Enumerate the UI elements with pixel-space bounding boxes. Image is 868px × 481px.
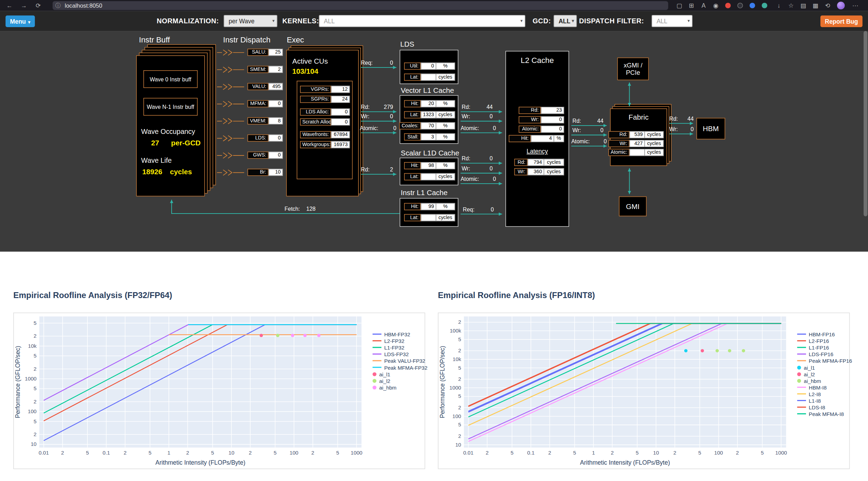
legend-swatch [372,379,376,383]
legend-item[interactable]: ai_hbm [797,377,852,384]
svg-text:0.1: 0.1 [103,450,110,456]
reader-mode-icon[interactable]: A [699,0,709,11]
metric-label: Hit: [404,100,421,107]
menu-button[interactable]: Menu▾ [6,16,35,27]
legend-item[interactable]: LDS-I8 [797,404,852,410]
scrollbar-thumb[interactable] [863,31,867,216]
instr-dispatch-title: Instr Dispatch [223,35,270,44]
downloads-icon[interactable]: ↓ [774,0,784,11]
xgmi-pcie-box: xGMI / PCIe [617,57,649,80]
metric-row: Hit:98% [404,162,455,169]
forward-icon[interactable]: → [19,0,29,11]
legend-label: HBM-I8 [809,384,827,390]
account-avatar[interactable] [837,2,845,9]
metric-row: LDS:0 [244,135,283,142]
site-info-icon[interactable]: ⓘ [55,1,61,10]
legend-swatch [372,385,376,389]
legend-item[interactable]: ai_hbm [372,384,427,391]
legend-item[interactable]: Peak MFMA-FP16 [797,358,852,364]
back-icon[interactable]: ← [5,0,15,11]
extension-icon-teal[interactable] [762,3,767,8]
legend-swatch [797,413,806,414]
metric-label: Scratch Alloc: [300,118,331,126]
legend-item[interactable]: LDS-FP16 [797,351,852,357]
wave-occupancy-value: 27 [151,139,159,147]
svg-text:5: 5 [274,450,276,456]
legend-item[interactable]: L1-FP32 [372,344,427,351]
metric-row: Wr:360cycles [514,168,564,176]
metric-value: 360 [528,168,544,176]
svg-text:1000: 1000 [449,385,461,391]
legend-label: L1-FP16 [809,344,829,350]
svg-text:Performance (GFLOP/sec): Performance (GFLOP/sec) [14,346,21,418]
svg-text:0.1: 0.1 [527,450,535,456]
legend-item[interactable]: LDS-FP32 [372,351,427,357]
metric-unit: % [436,122,455,130]
shield-icon[interactable]: ◉ [711,0,721,11]
legend-item[interactable]: Peak MFMA-I8 [797,410,852,417]
metric-value: 0 [268,135,283,142]
gcd-select[interactable]: ALL [554,15,577,27]
history-icon[interactable]: ⟲ [823,0,833,11]
metric-unit: % [436,133,455,141]
metric-unit: % [554,135,564,142]
metric-value: 2 [268,66,283,73]
extensions-grid-icon[interactable]: ⊞ [686,0,696,11]
library-icon[interactable]: ▤ [798,0,808,11]
metric-label: Atomic: [608,149,629,156]
metric-value: 23 [541,107,564,114]
extension-icon-dark[interactable] [737,3,743,8]
address-bar[interactable]: ⓘ localhost:8050 [53,1,668,10]
legend-item[interactable]: L1-FP16 [797,344,852,351]
legend-item[interactable]: L1-I8 [797,397,852,404]
legend-item[interactable]: ai_l2 [372,377,427,384]
svg-text:2: 2 [311,450,314,456]
flow-fabric-hbm-rd: Rd:44 [669,115,694,121]
sidebar-icon[interactable]: ▦ [811,0,821,11]
svg-text:5: 5 [34,418,37,424]
roofline-fp16-legend: HBM-FP16L2-FP16L1-FP16LDS-FP16Peak MFMA-… [797,331,852,417]
metric-row: LDS Alloc:0 [300,109,350,116]
metric-unit: cycles [645,149,664,156]
kernels-select[interactable]: ALL [319,15,525,27]
legend-item[interactable]: L2-I8 [797,391,852,397]
dispatch-filter-select[interactable]: ALL [652,15,693,27]
legend-item[interactable]: ai_l2 [797,371,852,377]
metric-label: Workgroups: [300,141,331,149]
metric-row: Scratch Alloc:0 [300,118,350,126]
legend-item[interactable]: L2-FP32 [372,337,427,344]
metric-row: SALU:25 [244,49,283,56]
bookmark-icon[interactable]: ☆ [786,0,796,11]
extension-icon-blue[interactable] [750,3,755,8]
extension-icon-red[interactable] [725,3,731,8]
metric-row: SGPRs:24 [300,96,350,103]
legend-swatch [797,340,806,341]
svg-text:2: 2 [34,399,37,404]
legend-swatch [372,334,381,335]
metric-row: Lat:1323cycles [400,111,455,119]
svg-text:1000: 1000 [351,450,363,456]
legend-item[interactable]: HBM-I8 [797,384,852,391]
legend-label: Peak MFMA-FP16 [809,358,852,363]
svg-text:2: 2 [61,450,64,456]
screenshot-icon[interactable]: ▢ [674,0,684,11]
normalization-select[interactable]: per Wave [224,15,277,27]
roofline-plot: 0.01250.12512510251002510001025100251000… [14,313,425,468]
legend-item[interactable]: L2-FP16 [797,337,852,344]
svg-text:2: 2 [548,450,551,456]
metric-label: Lat: [404,214,421,222]
legend-swatch [797,360,806,361]
legend-item[interactable]: ai_l1 [372,371,427,377]
legend-item[interactable]: Peak VALU-FP32 [372,358,427,364]
legend-item[interactable]: HBM-FP32 [372,331,427,337]
report-bug-button[interactable]: Report Bug [820,16,862,27]
app-menu-icon[interactable]: ⋯ [850,0,860,11]
svg-text:2: 2 [34,366,37,372]
legend-swatch [797,393,806,394]
kernels-label: KERNELS: [282,17,319,25]
reload-icon[interactable]: ⟳ [33,0,43,11]
legend-item[interactable]: ai_l1 [797,364,852,371]
legend-item[interactable]: Peak MFMA-FP32 [372,364,427,371]
metric-value [421,74,436,81]
legend-item[interactable]: HBM-FP16 [797,331,852,337]
